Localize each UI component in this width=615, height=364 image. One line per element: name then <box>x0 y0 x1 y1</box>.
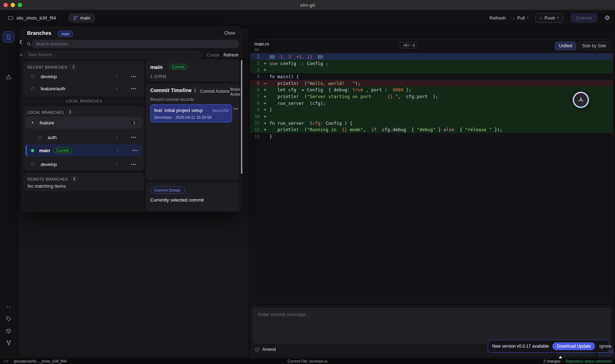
branch-menu-button[interactable]: ••• <box>131 135 137 140</box>
up-down-arrows-icon: ↑↓ <box>6 304 11 309</box>
branches-panel-title: Branches <box>27 30 51 36</box>
diff-line: 11+fn run_server (cfg: Config ) { <box>250 120 613 127</box>
sidebar-item-sync[interactable]: ↑↓ <box>0 304 17 309</box>
chevron-right-icon[interactable]: › <box>116 135 117 140</box>
pull-dropdown-caret[interactable]: ▾ <box>527 16 529 19</box>
chevron-right-icon[interactable]: › <box>117 148 119 153</box>
pull-button[interactable]: ↓Pull▾ <box>513 15 529 21</box>
branch-row-develop[interactable]: develop › ••• <box>24 71 144 82</box>
diff-line: 12+ println! ("Running in {} mode", if c… <box>250 127 613 133</box>
new-branch-input[interactable] <box>24 51 202 59</box>
sidebar-item-stash[interactable] <box>0 328 17 334</box>
branch-row-auth[interactable]: auth › ••• <box>24 132 144 143</box>
commit-timeline-card: Commit Timeline 1 Commit Actions Branch … <box>146 84 240 180</box>
chevron-right-icon[interactable]: › <box>116 86 117 91</box>
diff-line: 3+ <box>250 66 613 73</box>
repo-dropdown-caret[interactable]: · <box>59 15 61 20</box>
push-button[interactable]: ↑Push▾ <box>535 13 563 23</box>
update-notification: New version v0.0.17 available Download U… <box>488 340 610 353</box>
collapse-caret-icon[interactable]: ▾ <box>32 121 33 124</box>
commit-details-text: Currently selected commit <box>150 197 204 203</box>
commit-message-input[interactable] <box>253 308 610 343</box>
ignore-update-button[interactable]: Ignore <box>599 344 611 349</box>
remote-branches-empty: No matching items <box>27 183 66 189</box>
side-by-side-view-button[interactable]: Side by Side <box>578 42 610 50</box>
sidebar-item-tags[interactable] <box>0 316 17 322</box>
diff-line: 13} <box>250 133 613 140</box>
branch-menu-button[interactable]: ••• <box>132 148 138 153</box>
remote-branches-card: REMOTE BRANCHES 0 No matching items <box>24 173 144 191</box>
app-header: slio_shots_b3if_f94 · main Refresh ↓Pull… <box>0 10 615 26</box>
amend-checkbox-icon[interactable] <box>255 347 259 352</box>
branch-actions-button[interactable]: Branch Actions <box>230 87 240 97</box>
branch-menu-button[interactable]: ••• <box>131 162 137 167</box>
sidebar: ↑↓ <box>0 26 17 358</box>
remote-branches-label: REMOTE BRANCHES <box>27 177 68 181</box>
sidebar-item-branches[interactable] <box>0 340 17 346</box>
diff-line: 8+ run_server (cfg); <box>250 100 613 107</box>
diff-code[interactable]: 1@@ -1, 3 +1, 11 @@2+use config :: Confi… <box>250 53 613 140</box>
feature-group-count: 1 <box>130 120 138 125</box>
commit-meta: Developer · 2026-04-11 16:39:59 <box>154 115 211 119</box>
branches-panel-branch-badge: main <box>58 31 73 37</box>
create-branch-button[interactable]: Create <box>207 53 220 58</box>
current-branch-badge: Current <box>169 64 187 70</box>
local-branches-divider: LOCAL BRANCHES <box>24 99 144 103</box>
commit-button-header[interactable]: Commit <box>570 13 598 23</box>
app-window: slio-git slio_shots_b3if_f94 · main Refr… <box>0 0 615 364</box>
diff-line: 1@@ -1, 3 +1, 11 @@ <box>250 53 613 60</box>
commit-menu-button[interactable]: ••• <box>233 106 238 112</box>
branch-menu-button[interactable]: ••• <box>131 86 137 91</box>
local-branches-count: 3 <box>67 109 74 115</box>
commit-actions-button[interactable]: Commit Actions <box>200 89 230 94</box>
sidebar-item-changes[interactable] <box>3 31 14 43</box>
sidebar-item-warnings[interactable] <box>0 74 17 80</box>
push-dropdown-caret[interactable]: ▾ <box>557 16 558 19</box>
repo-name[interactable]: slio_shots_b3if_f94 <box>16 15 56 21</box>
package-icon <box>6 328 11 334</box>
branch-icon <box>73 16 78 20</box>
search-branches-input[interactable] <box>32 40 239 48</box>
diff-viewer: main.rs src +9 / −1 Unified Side by Side… <box>250 39 613 303</box>
commit-hash: 0eeca762 <box>212 108 229 113</box>
commit-message: feat: initial project setup <box>154 108 203 113</box>
panel-refresh-button[interactable]: Refresh <box>224 53 238 58</box>
panel-scrollbar-thumb[interactable] <box>241 60 242 174</box>
amend-toggle[interactable]: Amend <box>255 347 276 352</box>
current-branch-dot-icon <box>31 149 34 152</box>
chevron-right-icon[interactable]: › <box>116 74 117 79</box>
app-logo-badge[interactable] <box>573 92 589 108</box>
diff-header: main.rs src +9 / −1 Unified Side by Side <box>250 39 613 53</box>
commit-timeline-title: Commit Timeline <box>150 87 192 93</box>
download-update-button[interactable]: Download Update <box>552 342 595 350</box>
folder-icon <box>8 15 14 21</box>
current-branch-pill[interactable]: main <box>69 14 95 22</box>
branch-pill-label: main <box>80 15 90 21</box>
recent-branches-count: 2 <box>70 64 77 70</box>
document-icon <box>6 34 11 40</box>
close-button[interactable]: Close <box>224 31 235 36</box>
commit-list-item[interactable]: feat: initial project setup 0eeca762 Dev… <box>150 104 232 123</box>
statusbar-caret-icon <box>559 356 562 358</box>
arrow-down-icon: ↓ <box>513 15 515 21</box>
diff-file-name: main.rs <box>254 42 269 47</box>
refresh-button[interactable]: Refresh <box>489 15 506 21</box>
branch-row-feature-auth[interactable]: feature/auth › ••• <box>24 83 144 94</box>
branch-menu-button[interactable]: ••• <box>131 74 137 79</box>
diff-line: 10+ <box>250 113 613 120</box>
current-branch-time: 1 分钟前 <box>150 74 167 80</box>
branch-row-develop-local[interactable]: develop › ••• <box>24 159 144 170</box>
commit-details-card: Commit Details Currently selected commit <box>146 182 240 211</box>
search-icon <box>27 42 31 46</box>
branch-row-main-selected[interactable]: main Current › ••• <box>26 144 142 156</box>
warning-triangle-icon <box>6 74 12 80</box>
current-branch-card: main Current 1 分钟前 <box>146 59 240 81</box>
chevron-right-icon[interactable]: › <box>116 162 117 167</box>
tag-icon <box>6 316 11 322</box>
diff-line: 2+use config :: Config ; <box>250 60 613 67</box>
diff-view-toggles: Unified Side by Side <box>555 42 610 50</box>
diff-file-dir: src <box>254 48 259 52</box>
unified-view-button[interactable]: Unified <box>555 42 576 50</box>
settings-gear-icon[interactable]: ⚙ <box>605 14 610 22</box>
branch-group-feature[interactable]: ▾ feature 1 <box>26 117 142 129</box>
